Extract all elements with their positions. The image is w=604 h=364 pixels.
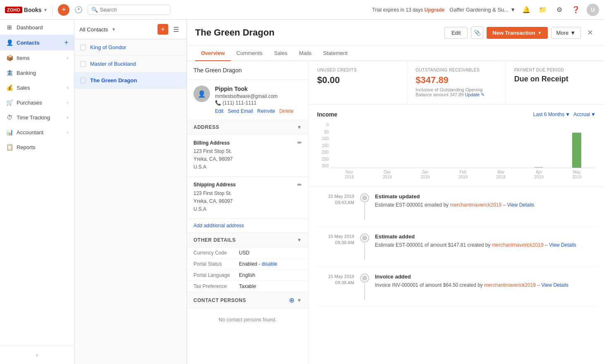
sidebar-item-purchases[interactable]: 🛒 Purchases › [0, 95, 74, 110]
income-section: Income Last 6 Months ▼ Accrual ▼ [309, 105, 604, 187]
org-name: Gaffer Gardening & Su... [449, 7, 509, 13]
timeline-dot-area [361, 233, 368, 260]
person-delete-link[interactable]: Delete [279, 108, 294, 114]
contact-name: Master of Buckland [90, 61, 136, 67]
contact-checkbox[interactable] [80, 61, 86, 67]
tab-overview[interactable]: Overview [195, 46, 231, 61]
timeline-content: Invoice added Invoice INV-000001 of amou… [375, 274, 596, 300]
period-filter[interactable]: Last 6 Months ▼ [533, 112, 570, 117]
contacts-add-icon[interactable]: + [64, 39, 68, 46]
sidebar-item-sales[interactable]: 💰 Sales › [0, 80, 74, 95]
currency-code-row: Currency Code USD [187, 247, 308, 259]
files-button[interactable]: 📁 [537, 4, 549, 16]
sidebar: ⊞ Dashboard 👤 Contacts + 📦 Items › 🏦 Ban… [0, 20, 74, 364]
address-toggle-icon: ▼ [297, 124, 302, 130]
payment-due-box: PAYMENT DUE PERIOD Due on Receipt [506, 61, 604, 104]
search-input[interactable] [100, 7, 166, 13]
top-nav-right: Trial expires in 13 days Upgrade Gaffer … [372, 4, 599, 16]
sidebar-item-time-tracking[interactable]: ⏱ Time Tracking › [0, 110, 74, 125]
sidebar-item-banking[interactable]: 🏦 Banking [0, 65, 74, 80]
add-contact-button[interactable]: + [158, 24, 168, 35]
view-details-link-2[interactable]: View Details [549, 242, 576, 248]
sidebar-item-contacts[interactable]: 👤 Contacts + [0, 35, 74, 50]
purchases-icon: 🛒 [6, 99, 13, 106]
tab-statement[interactable]: Statement [318, 46, 353, 61]
view-details-link-1[interactable]: View Details [507, 202, 535, 208]
address-section-header[interactable]: ADDRESS ▼ [187, 120, 308, 135]
settings-button[interactable]: ⚙ [554, 4, 565, 16]
add-address-link[interactable]: Add additional address [187, 219, 308, 233]
tab-comments[interactable]: Comments [231, 46, 268, 61]
more-button[interactable]: More ▼ [551, 27, 581, 39]
all-contacts-label: All Contacts [79, 26, 108, 33]
month-label-feb: Feb2019 [444, 170, 482, 180]
tab-sales[interactable]: Sales [268, 46, 294, 61]
contact-header: The Green Dragon Edit 📎 New Transaction … [187, 20, 604, 46]
month-label-apr: Apr2019 [520, 170, 558, 180]
month-label-dec: Dec2018 [368, 170, 406, 180]
view-details-link-3[interactable]: View Details [541, 282, 568, 288]
main-content: The Green Dragon Edit 📎 New Transaction … [187, 20, 604, 364]
timeline-event-title: Estimate added [375, 233, 596, 240]
currency-code-key: Currency Code [193, 250, 239, 256]
accountant-icon: 📊 [6, 129, 13, 136]
tax-preference-row: Tax Preference Taxable [187, 281, 308, 292]
income-filters: Last 6 Months ▼ Accrual ▼ [533, 112, 596, 117]
avatar[interactable]: U [587, 4, 599, 16]
time-tracking-arrow: › [67, 115, 68, 120]
sidebar-item-reports[interactable]: 📋 Reports [0, 140, 74, 155]
list-item[interactable]: King of Gondor [74, 39, 186, 56]
person-send-email-link[interactable]: Send Email [228, 108, 253, 114]
chart-bar-mar [482, 123, 520, 168]
billing-edit-icon[interactable]: ✏ [297, 140, 302, 146]
disable-link[interactable]: disable [262, 261, 277, 267]
contact-checkbox[interactable] [80, 45, 86, 50]
shipping-edit-icon[interactable]: ✏ [297, 182, 302, 188]
add-button[interactable]: + [58, 4, 69, 16]
other-details-toggle: ▼ [297, 237, 302, 243]
add-person-icon[interactable]: ⊕ [289, 296, 294, 304]
collapse-button[interactable]: ‹ [3, 349, 71, 361]
person-avatar: 👤 [193, 86, 210, 102]
type-filter[interactable]: Accrual ▼ [573, 112, 596, 117]
timeline-date: 15 May 2019 09:38 AM [317, 233, 354, 260]
contacts-icon: 👤 [6, 39, 13, 46]
help-button[interactable]: ❓ [570, 4, 582, 16]
list-item[interactable]: The Green Dragon [74, 72, 186, 89]
contacts-actions: + ☰ [158, 24, 181, 35]
sidebar-item-accountant[interactable]: 📊 Accountant › [0, 125, 74, 140]
notifications-button[interactable]: 🔔 [520, 4, 532, 16]
upgrade-link[interactable]: Upgrade [425, 7, 445, 13]
org-selector[interactable]: Gaffer Gardening & Su... ▼ [449, 7, 516, 13]
sidebar-item-items[interactable]: 📦 Items › [0, 50, 74, 65]
other-details-section-header[interactable]: OTHER DETAILS ▼ [187, 233, 308, 247]
history-button[interactable]: 🕐 [73, 4, 84, 16]
contact-checkbox[interactable] [80, 78, 86, 83]
org-chevron: ▼ [510, 7, 516, 13]
attach-button[interactable]: 📎 [471, 26, 483, 39]
person-edit-link[interactable]: Edit [215, 108, 224, 114]
sidebar-label-accountant: Accountant [17, 129, 43, 136]
new-transaction-button[interactable]: New Transaction ▼ [487, 27, 547, 39]
time-tracking-icon: ⏱ [6, 114, 13, 121]
contacts-menu-button[interactable]: ☰ [171, 24, 181, 35]
edit-button[interactable]: Edit [444, 27, 468, 39]
period-filter-arrow: ▼ [565, 112, 570, 117]
sidebar-item-dashboard[interactable]: ⊞ Dashboard [0, 20, 74, 35]
contact-name: King of Gondor [90, 44, 126, 50]
tab-mails[interactable]: Mails [293, 46, 317, 61]
list-item[interactable]: Master of Buckland [74, 56, 186, 72]
update-link[interactable]: Update ✎ [465, 92, 485, 97]
person-reinvite-link[interactable]: Reinvite [257, 108, 275, 114]
bar [572, 133, 581, 168]
timeline-event-title: Invoice added [375, 274, 596, 280]
outstanding-box: OUTSTANDING RECEIVABLES $347.89 Inclusiv… [407, 61, 506, 104]
left-panel: The Green Dragon 👤 Pippin Took mmtestsof… [187, 61, 309, 364]
right-panel: UNUSED CREDITS $0.00 OUTSTANDING RECEIVA… [309, 61, 604, 364]
close-button[interactable]: ✕ [584, 27, 596, 38]
type-filter-arrow: ▼ [591, 112, 596, 117]
shipping-address-text: 123 First Stop St. Yreka, CA, 96097 U.S.… [193, 190, 302, 214]
other-details-title: OTHER DETAILS [193, 237, 297, 243]
person-phone: 📞 (111) 111-1111 [215, 100, 302, 106]
contact-persons-section-header[interactable]: CONTACT PERSONS ⊕ ▼ [187, 292, 308, 309]
